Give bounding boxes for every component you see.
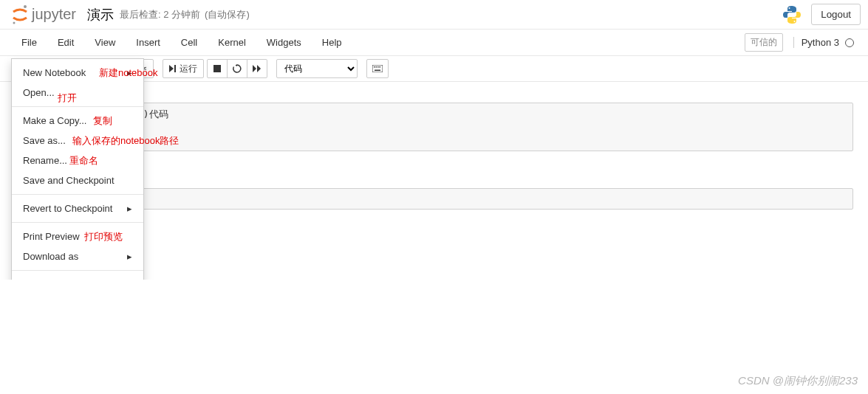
- dropdown-divider: [12, 270, 143, 271]
- header: jupyter 演示 最后检查: 2 分钟前 (自动保存) Logout: [0, 0, 868, 30]
- svg-marker-8: [253, 65, 256, 72]
- markdown-cell[interactable]: 页: [92, 235, 857, 263]
- menu-widgets[interactable]: Widgets: [256, 30, 312, 55]
- menu-file[interactable]: File: [11, 30, 47, 55]
- menu-insert[interactable]: Insert: [126, 30, 171, 55]
- celltype-select[interactable]: 代码: [276, 59, 358, 78]
- fast-forward-icon: [253, 65, 262, 72]
- file-rename-label: Rename...: [23, 155, 67, 166]
- svg-point-0: [24, 5, 27, 8]
- annotation-print-preview: 打印预览: [84, 230, 123, 243]
- svg-point-2: [789, 7, 790, 9]
- file-make-copy-label: Make a Copy...: [23, 115, 86, 126]
- menu-help[interactable]: Help: [312, 30, 352, 55]
- submenu-arrow-icon: ▸: [127, 67, 132, 78]
- svg-rect-14: [380, 66, 381, 68]
- kernel-status-icon: [845, 38, 854, 47]
- menubar-left: File Edit View Insert Cell Kernel Widget…: [11, 30, 352, 55]
- menu-edit[interactable]: Edit: [47, 30, 84, 55]
- svg-rect-15: [375, 70, 380, 72]
- file-save-as-label: Save as...: [23, 135, 66, 146]
- run-label: 运行: [180, 63, 197, 75]
- menubar: File Edit View Insert Cell Kernel Widget…: [0, 30, 868, 56]
- kernel-name-label[interactable]: Python 3: [802, 37, 839, 48]
- svg-rect-5: [174, 65, 176, 72]
- cell-input[interactable]: "hello")代码: [96, 103, 853, 151]
- stop-icon: [213, 65, 221, 72]
- svg-point-3: [794, 21, 796, 22]
- file-dropdown-menu: New Notebook ▸ 新建notebook Open... 打开 Mak…: [11, 58, 144, 280]
- submenu-arrow-icon: ▸: [127, 251, 132, 262]
- code-tail: )代码: [143, 108, 168, 120]
- menu-view[interactable]: View: [84, 30, 126, 55]
- jupyter-icon: [11, 4, 29, 25]
- svg-point-1: [13, 21, 16, 24]
- file-print-preview-label: Print Preview: [23, 231, 80, 242]
- run-button[interactable]: 运行: [163, 59, 204, 78]
- svg-marker-7: [236, 64, 238, 66]
- restart-icon: [233, 64, 242, 73]
- file-new-notebook[interactable]: New Notebook ▸ 新建notebook: [12, 63, 143, 83]
- svg-rect-11: [374, 66, 375, 68]
- file-print-preview[interactable]: Print Preview 打印预览: [12, 227, 143, 246]
- logout-button[interactable]: Logout: [811, 4, 861, 25]
- dropdown-divider: [12, 194, 143, 195]
- command-palette-button[interactable]: [366, 59, 389, 78]
- dropdown-divider: [12, 106, 143, 107]
- cell-input[interactable]: Convert: [96, 188, 853, 210]
- restart-run-all-button[interactable]: [247, 59, 267, 78]
- interrupt-button[interactable]: [207, 59, 228, 78]
- file-trusted-notebook: 可信的笔记: [12, 274, 143, 280]
- code-cell[interactable]: "hello")代码: [92, 99, 857, 155]
- dropdown-divider: [12, 222, 143, 223]
- play-step-icon: [169, 65, 177, 72]
- file-trusted-notebook-label: 可信的笔记: [23, 279, 71, 280]
- keyboard-icon: [372, 65, 383, 72]
- file-revert[interactable]: Revert to Checkpoint ▸: [12, 198, 143, 218]
- python-icon: [782, 4, 802, 25]
- annotation-open: 打开: [58, 91, 77, 105]
- file-save-checkpoint[interactable]: Save and Checkpoint: [12, 170, 143, 190]
- file-open[interactable]: Open... 打开: [12, 83, 143, 103]
- notebook-title[interactable]: 演示: [87, 6, 114, 24]
- menu-cell[interactable]: Cell: [171, 30, 208, 55]
- menu-kernel[interactable]: Kernel: [208, 30, 256, 55]
- svg-rect-10: [372, 65, 383, 72]
- file-download-as-label: Download as: [23, 251, 78, 262]
- annotation-rename: 重命名: [69, 154, 98, 167]
- code-cell[interactable]: Convert: [92, 184, 857, 213]
- autosave-status: (自动保存): [205, 8, 250, 21]
- file-save-checkpoint-label: Save and Checkpoint: [23, 175, 115, 186]
- submenu-arrow-icon: ▸: [127, 203, 132, 214]
- svg-marker-4: [169, 65, 174, 72]
- svg-rect-6: [213, 65, 221, 72]
- kernel-indicator-area: Python 3: [793, 37, 854, 48]
- svg-rect-13: [377, 66, 379, 68]
- file-save-as[interactable]: Save as... 输入保存的notebook路径: [12, 131, 143, 151]
- file-make-copy[interactable]: Make a Copy... 复制: [12, 111, 143, 131]
- trusted-badge[interactable]: 可信的: [745, 33, 783, 52]
- file-download-as[interactable]: Download as ▸: [12, 246, 143, 266]
- file-revert-label: Revert to Checkpoint: [23, 203, 112, 214]
- file-new-notebook-label: New Notebook: [23, 67, 86, 78]
- file-rename[interactable]: Rename... 重命名: [12, 151, 143, 170]
- svg-rect-12: [376, 66, 377, 68]
- annotation-copy: 复制: [93, 114, 112, 128]
- last-checkpoint: 最后检查: 2 分钟前: [120, 8, 200, 21]
- heading-output: 页: [96, 239, 853, 259]
- file-open-label: Open...: [23, 87, 55, 98]
- jupyter-logo-text: jupyter: [32, 6, 76, 23]
- jupyter-logo[interactable]: jupyter: [11, 4, 76, 25]
- restart-button[interactable]: [227, 59, 247, 78]
- svg-marker-9: [257, 65, 261, 72]
